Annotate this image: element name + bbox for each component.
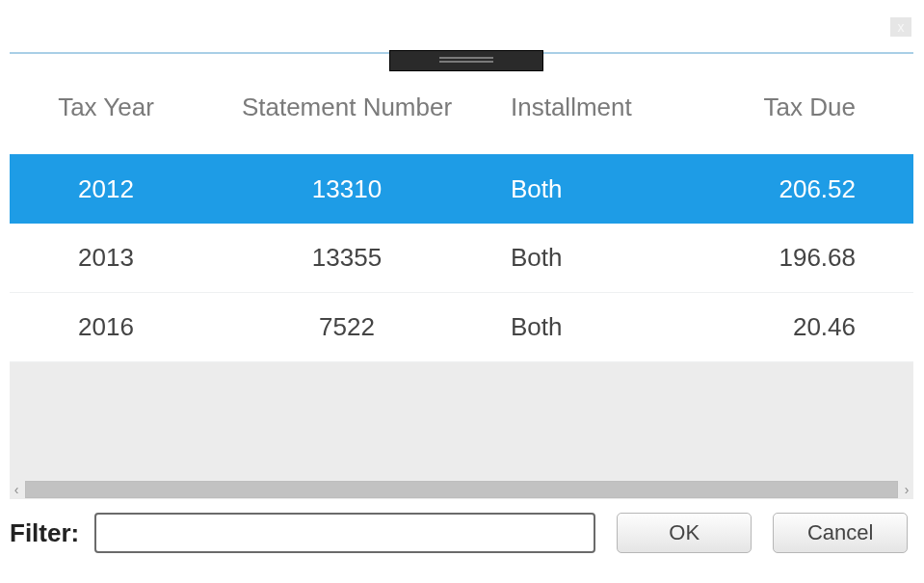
cell-installment: Both [491, 243, 684, 273]
grip-icon [439, 57, 493, 59]
drag-handle[interactable] [389, 50, 543, 71]
cell-tax-due: 20.46 [684, 312, 913, 342]
cell-installment: Both [491, 312, 684, 342]
close-button[interactable]: x [890, 17, 911, 37]
close-icon: x [898, 19, 905, 35]
scroll-left-icon[interactable]: ‹ [10, 482, 23, 497]
scrollbar-track[interactable] [25, 481, 898, 498]
table-row[interactable]: 2016 7522 Both 20.46 [10, 293, 913, 362]
table-empty-area [10, 362, 913, 480]
table-body: 2012 13310 Both 206.52 2013 13355 Both 1… [10, 154, 913, 362]
filter-label: Filter: [10, 518, 79, 548]
cell-tax-due: 206.52 [684, 174, 913, 204]
dialog-footer: Filter: OK Cancel [2, 506, 913, 560]
cell-tax-year: 2012 [10, 174, 202, 204]
col-header-installment[interactable]: Installment [491, 93, 684, 122]
cell-tax-due: 196.68 [684, 243, 913, 273]
col-header-statement-number[interactable]: Statement Number [202, 93, 491, 122]
cell-tax-year: 2016 [10, 312, 202, 342]
ok-button[interactable]: OK [617, 513, 752, 553]
cell-statement-number: 13310 [202, 174, 491, 204]
cell-installment: Both [491, 174, 684, 204]
cell-statement-number: 13355 [202, 243, 491, 273]
filter-input[interactable] [94, 513, 595, 553]
cancel-button[interactable]: Cancel [773, 513, 908, 553]
horizontal-scrollbar[interactable]: ‹ › [10, 480, 913, 499]
cell-tax-year: 2013 [10, 243, 202, 273]
column-headers: Tax Year Statement Number Installment Ta… [10, 75, 913, 139]
table-row[interactable]: 2013 13355 Both 196.68 [10, 224, 913, 293]
scroll-right-icon[interactable]: › [900, 482, 913, 497]
col-header-tax-due[interactable]: Tax Due [684, 93, 913, 122]
table-row[interactable]: 2012 13310 Both 206.52 [10, 154, 913, 224]
cell-statement-number: 7522 [202, 312, 491, 342]
col-header-tax-year[interactable]: Tax Year [10, 93, 202, 122]
